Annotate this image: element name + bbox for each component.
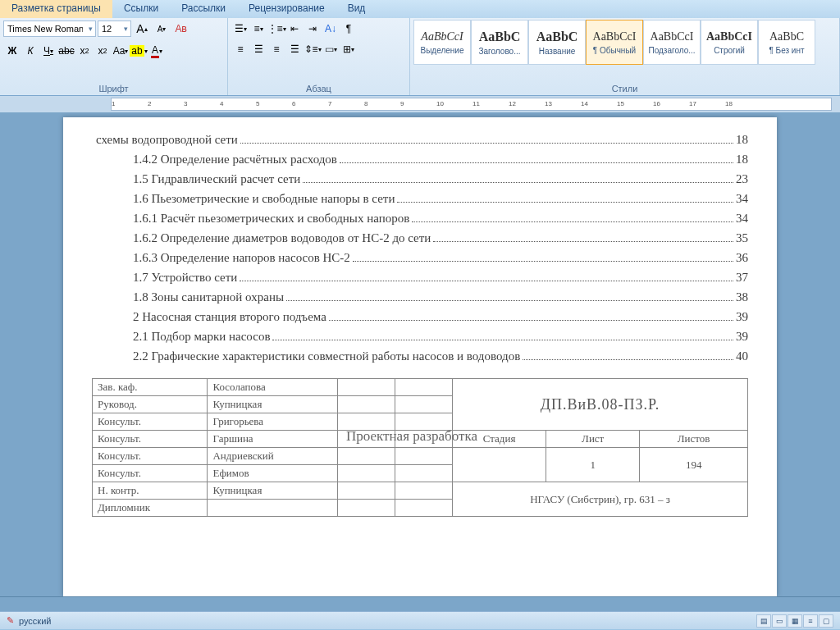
font-color-button[interactable]: A▾ <box>148 42 166 60</box>
toc-leader-dots <box>353 261 733 262</box>
stamp-sheet-header: Лист <box>546 431 640 448</box>
stamp-doc-code: ДП.ВиВ.08-ПЗ.Р. <box>452 379 747 431</box>
tab-view[interactable]: Вид <box>336 0 377 18</box>
toc-line[interactable]: схемы водопроводной сети18 <box>92 133 748 147</box>
toc-text: схемы водопроводной сети <box>96 133 238 147</box>
group-font: ▾ ▾ A▴ A▾ Aʙ Ж К Ч▾ abc x2 x2 Aa▾ ab▾ A▾ <box>0 18 228 95</box>
toc-leader-dots <box>329 320 733 321</box>
toc-leader-dots <box>340 162 733 163</box>
page[interactable]: схемы водопроводной сети181.4.2 Определе… <box>63 117 777 596</box>
document-area[interactable]: схемы водопроводной сети181.4.2 Определе… <box>0 112 840 596</box>
change-case-button[interactable]: Aa▾ <box>112 42 130 60</box>
ruler[interactable]: 123456789101112131415161718 <box>0 96 840 112</box>
view-draft[interactable]: ▢ <box>819 614 833 628</box>
toc-line[interactable]: 1.4.2 Определение расчётных расходов18 <box>92 153 748 167</box>
view-full-screen[interactable]: ▭ <box>772 614 787 628</box>
shrink-font-button[interactable]: A▾ <box>153 20 171 38</box>
tab-review[interactable]: Рецензирование <box>237 0 336 18</box>
superscript-button[interactable]: x2 <box>94 42 112 60</box>
bold-button[interactable]: Ж <box>3 42 21 60</box>
chevron-down-icon[interactable]: ▾ <box>121 25 130 33</box>
font-size-combo[interactable]: ▾ <box>98 21 131 37</box>
style-emphasis[interactable]: AaBbCcIВыделение <box>413 20 471 65</box>
borders-button[interactable]: ⊞▾ <box>340 40 358 58</box>
toc-line[interactable]: 1.6 Пьезометрические и свободные напоры … <box>92 192 748 206</box>
toc-text: 1.6.1 Расчёт пьезометрических и свободны… <box>133 212 409 226</box>
stamp-name: Григорьева <box>208 413 337 431</box>
styles-gallery: AaBbCcIВыделение AaBbCЗаголово... AaBbCН… <box>413 20 815 65</box>
toc-line[interactable]: 2 Насосная станция второго подъема39 <box>92 310 748 324</box>
toc-line[interactable]: 1.6.3 Определение напоров насосов НС-236 <box>92 251 748 265</box>
align-left-button[interactable]: ≡ <box>231 40 249 58</box>
align-center-button[interactable]: ☰ <box>249 40 267 58</box>
ruler-tick: 1 <box>112 100 115 107</box>
toc-page-number: 23 <box>736 172 748 186</box>
grow-font-button[interactable]: A▴ <box>133 20 151 38</box>
ruler-tick: 14 <box>581 100 588 107</box>
toc-page-number: 39 <box>736 310 748 324</box>
sort-button[interactable]: A↓ <box>322 20 340 38</box>
font-name-combo[interactable]: ▾ <box>3 21 96 37</box>
tab-mailings[interactable]: Рассылки <box>170 0 237 18</box>
ruler-tick: 4 <box>220 100 223 107</box>
stamp-role: Зав. каф. <box>93 379 208 396</box>
status-language[interactable]: русский <box>19 616 51 626</box>
spell-check-icon[interactable]: ✎ <box>7 615 14 626</box>
ruler-tick: 12 <box>509 100 516 107</box>
ruler-tick: 15 <box>617 100 624 107</box>
stamp-date <box>395 379 452 396</box>
highlight-button[interactable]: ab▾ <box>130 42 148 60</box>
shading-button[interactable]: ▭▾ <box>322 40 340 58</box>
stamp-role: Руковод. <box>93 396 208 413</box>
toc-line[interactable]: 2.2 Графические характеристики совместно… <box>92 349 748 363</box>
clear-formatting-button[interactable]: Aʙ <box>172 20 190 38</box>
tab-page-layout[interactable]: Разметка страницы <box>0 0 112 18</box>
stamp-org: НГАСУ (Сибстрин), гр. 631 – з <box>452 482 747 517</box>
stamp-role: Консульт. <box>93 448 208 465</box>
ruler-tick: 17 <box>689 100 696 107</box>
toc-leader-dots <box>412 221 733 222</box>
style-strong[interactable]: AaBbCcIСтрогий <box>701 20 758 65</box>
view-web-layout[interactable]: ▦ <box>788 614 802 628</box>
view-print-layout[interactable]: ▤ <box>756 614 771 628</box>
font-name-input[interactable] <box>4 24 86 34</box>
toc-line[interactable]: 1.5 Гидравлический расчет сети23 <box>92 172 748 186</box>
underline-button[interactable]: Ч▾ <box>39 42 57 60</box>
bullets-button[interactable]: ☰▾ <box>231 20 249 38</box>
toc-line[interactable]: 2.1 Подбор марки насосов39 <box>92 330 748 344</box>
style-heading1[interactable]: AaBbCЗаголово... <box>471 20 528 65</box>
style-normal[interactable]: AaBbCcI¶ Обычный <box>586 20 643 65</box>
style-title[interactable]: AaBbCНазвание <box>528 20 586 65</box>
stamp-role: Консульт. <box>93 413 208 431</box>
numbering-button[interactable]: ≡▾ <box>249 20 267 38</box>
view-outline[interactable]: ≡ <box>803 614 818 628</box>
toc-line[interactable]: 1.7 Устройство сети37 <box>92 271 748 285</box>
toc-leader-dots <box>523 359 733 360</box>
toc-text: 1.5 Гидравлический расчет сети <box>133 172 300 186</box>
chevron-down-icon[interactable]: ▾ <box>86 25 95 33</box>
strikethrough-button[interactable]: abc <box>57 42 75 60</box>
stamp-name <box>208 500 337 517</box>
decrease-indent-button[interactable]: ⇤ <box>285 20 304 38</box>
align-right-button[interactable]: ≡ <box>267 40 285 58</box>
toc-leader-dots <box>397 202 733 203</box>
font-size-input[interactable] <box>98 24 121 34</box>
toc-line[interactable]: 1.6.1 Расчёт пьезометрических и свободны… <box>92 212 748 226</box>
justify-button[interactable]: ☰ <box>285 40 304 58</box>
status-bar: ✎ русский ▤ ▭ ▦ ≡ ▢ <box>0 611 840 629</box>
increase-indent-button[interactable]: ⇥ <box>304 20 322 38</box>
style-nospacing[interactable]: AaBbC¶ Без инт <box>758 20 815 65</box>
toc-text: 1.6.2 Определение диаметров водоводов от… <box>133 231 431 245</box>
style-subtitle[interactable]: AaBbCcIПодзаголо... <box>643 20 701 65</box>
show-marks-button[interactable]: ¶ <box>340 20 358 38</box>
line-spacing-button[interactable]: ⇕≡▾ <box>304 40 322 58</box>
toc-line[interactable]: 1.8 Зоны санитарной охраны38 <box>92 290 748 304</box>
multilevel-list-button[interactable]: ⋮≡▾ <box>267 20 285 38</box>
group-font-label: Шрифт <box>3 83 224 94</box>
stamp-name: Косолапова <box>208 379 337 396</box>
italic-button[interactable]: К <box>21 42 39 60</box>
subscript-button[interactable]: x2 <box>75 42 94 60</box>
ruler-tick: 9 <box>400 100 404 107</box>
tab-references[interactable]: Ссылки <box>112 0 170 18</box>
toc-line[interactable]: 1.6.2 Определение диаметров водоводов от… <box>92 231 748 245</box>
